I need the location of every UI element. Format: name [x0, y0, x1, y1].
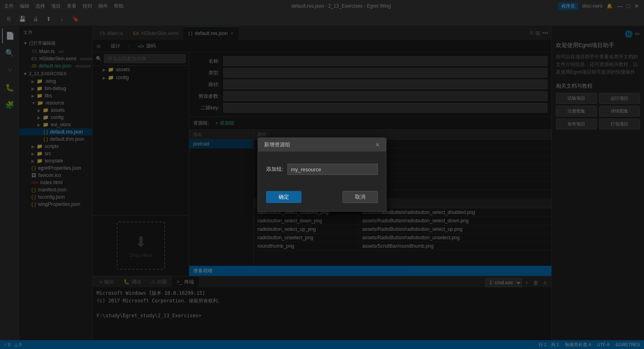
- modal-title: 新增资源组: [264, 141, 290, 148]
- modal-body: 添加组:: [258, 152, 386, 187]
- modal-group-name-input[interactable]: [287, 164, 378, 175]
- modal-confirm-button[interactable]: 确定: [266, 191, 301, 203]
- modal-overlay[interactable]: 新增资源组 ✕ 添加组: 确定 取消: [0, 0, 644, 349]
- modal-footer: 确定 取消: [258, 187, 386, 211]
- modal-header: 新增资源组 ✕: [258, 138, 386, 152]
- modal-add-label: 添加组:: [266, 166, 283, 173]
- modal-close-button[interactable]: ✕: [375, 142, 380, 148]
- modal-cancel-button[interactable]: 取消: [343, 191, 378, 203]
- modal-add-group: 新增资源组 ✕ 添加组: 确定 取消: [258, 138, 386, 211]
- modal-form-row: 添加组:: [266, 164, 378, 175]
